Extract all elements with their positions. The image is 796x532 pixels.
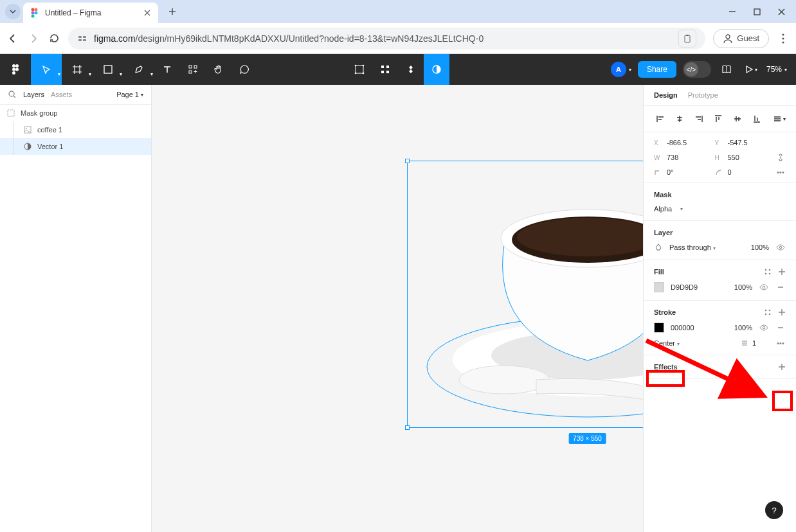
svg-rect-33 [386, 71, 389, 73]
align-hcenter-button[interactable] [672, 111, 687, 127]
align-left-button[interactable] [653, 111, 668, 127]
pen-tool[interactable]: ▾ [123, 54, 154, 85]
new-tab-button[interactable] [163, 3, 181, 21]
tab-search-button[interactable] [5, 4, 21, 19]
guest-label: Guest [737, 33, 759, 43]
browser-tab[interactable]: Untitled – Figma [23, 3, 158, 23]
help-button[interactable]: ? [765, 501, 783, 519]
w-field[interactable]: W738 [654, 154, 710, 161]
add-effect-button[interactable] [778, 363, 786, 371]
stroke-swatch[interactable] [654, 323, 664, 333]
page-selector[interactable]: Page 1▾ [116, 91, 143, 98]
align-top-button[interactable] [710, 111, 726, 127]
profile-button[interactable]: Guest [713, 29, 769, 48]
fill-opacity-field[interactable]: 100% [734, 283, 752, 291]
search-icon[interactable] [8, 90, 17, 99]
add-stroke-button[interactable] [778, 308, 786, 316]
align-right-button[interactable] [691, 111, 707, 127]
hand-tool[interactable] [206, 54, 231, 85]
clipboard-button[interactable] [678, 30, 696, 48]
mask-toggle[interactable] [424, 54, 449, 85]
mask-tool[interactable] [372, 54, 398, 85]
resize-handle-tl[interactable] [405, 159, 410, 163]
stroke-weight-field[interactable]: 1 [752, 339, 756, 347]
radius-field[interactable]: 0 [715, 168, 771, 176]
mask-section: Mask Alpha▾ [644, 183, 796, 221]
browser-menu-button[interactable] [777, 32, 790, 45]
x-field[interactable]: X-866.5 [654, 139, 710, 146]
boolean-tool[interactable] [398, 54, 424, 85]
fill-hex-field[interactable]: D9D9D9 [671, 283, 698, 291]
reload-button[interactable] [48, 32, 60, 45]
layer-coffee-image[interactable]: coffee 1 [0, 121, 151, 138]
mask-layer-icon [23, 142, 32, 151]
distribute-button[interactable]: ▾ [772, 111, 787, 127]
zoom-control[interactable]: 75%▾ [766, 65, 787, 74]
stroke-styles-button[interactable] [764, 308, 772, 316]
visibility-icon[interactable] [775, 243, 786, 252]
svg-rect-16 [12, 64, 15, 67]
blend-mode-dropdown[interactable]: Pass through▾ [669, 244, 716, 251]
move-tool[interactable]: ▾ [31, 54, 62, 85]
fill-styles-button[interactable] [764, 268, 772, 276]
align-vcenter-button[interactable] [730, 111, 745, 127]
fill-visibility-button[interactable] [759, 283, 769, 292]
constrain-proportions-button[interactable] [775, 153, 786, 162]
layers-tab[interactable]: Layers [23, 91, 44, 98]
assets-tab[interactable]: Assets [51, 91, 72, 98]
url-box[interactable]: figma.com/design/mHy69ikdLNTMt8pKdADXXU/… [68, 28, 705, 49]
chevron-down-icon: ▾ [755, 67, 757, 73]
resize-handle-bl[interactable] [405, 425, 410, 430]
fill-section: Fill D9D9D9 100% [644, 260, 796, 301]
stroke-opacity-field[interactable]: 100% [734, 324, 752, 332]
more-options-button[interactable]: ••• [775, 168, 786, 176]
design-tab[interactable]: Design [654, 91, 678, 99]
stroke-align-dropdown[interactable]: Center▾ [654, 339, 680, 347]
text-tool[interactable] [154, 54, 180, 85]
boolean-icon [406, 64, 416, 75]
forward-button[interactable] [27, 32, 40, 45]
shape-tool[interactable]: ▾ [93, 54, 123, 85]
canvas[interactable]: 738 × 550 [152, 85, 643, 532]
h-field[interactable]: H550 [715, 154, 771, 161]
minimize-button[interactable] [728, 7, 737, 16]
stroke-hex-field[interactable]: 000000 [671, 324, 694, 332]
y-field[interactable]: Y-547.5 [715, 139, 771, 146]
chevron-down-icon: ▾ [89, 71, 91, 77]
svg-rect-31 [386, 66, 389, 68]
resources-tool[interactable] [180, 54, 206, 85]
selection-bounds[interactable]: 738 × 550 [407, 161, 643, 428]
close-window-button[interactable] [777, 7, 786, 16]
mask-mode-dropdown[interactable]: Alpha▾ [654, 205, 786, 213]
user-avatar[interactable]: A ▾ [611, 62, 631, 77]
maximize-button[interactable] [752, 7, 761, 16]
component-tool[interactable] [347, 54, 372, 85]
library-button[interactable] [718, 54, 736, 85]
figma-logo-icon [10, 64, 21, 75]
prototype-tab[interactable]: Prototype [688, 91, 718, 99]
stroke-visibility-button[interactable] [759, 323, 769, 332]
remove-stroke-button[interactable] [775, 324, 786, 332]
tab-title: Untitled – Figma [45, 8, 138, 17]
layer-mask-group[interactable]: Mask group [0, 105, 151, 121]
share-button[interactable]: Share [638, 61, 676, 78]
svg-rect-30 [381, 66, 384, 68]
layer-opacity-field[interactable]: 100% [751, 244, 769, 251]
back-button[interactable] [6, 32, 19, 45]
site-settings-icon[interactable] [77, 33, 87, 44]
add-fill-button[interactable] [778, 268, 786, 276]
frame-tool[interactable]: ▾ [62, 54, 93, 85]
layer-vector[interactable]: Vector 1 [0, 138, 151, 155]
present-button[interactable]: ▾ [742, 54, 760, 85]
fill-swatch[interactable] [654, 282, 664, 292]
layer-title: Layer [654, 229, 786, 236]
comment-tool[interactable] [231, 54, 257, 85]
remove-fill-button[interactable] [775, 283, 786, 291]
main-menu-button[interactable] [0, 54, 31, 85]
dev-mode-toggle[interactable]: </> [683, 61, 711, 78]
code-icon: </> [684, 62, 698, 76]
stroke-more-button[interactable]: ••• [775, 339, 786, 347]
rotation-field[interactable]: 0° [654, 168, 710, 176]
align-bottom-button[interactable] [749, 111, 764, 127]
close-icon[interactable] [143, 8, 152, 17]
